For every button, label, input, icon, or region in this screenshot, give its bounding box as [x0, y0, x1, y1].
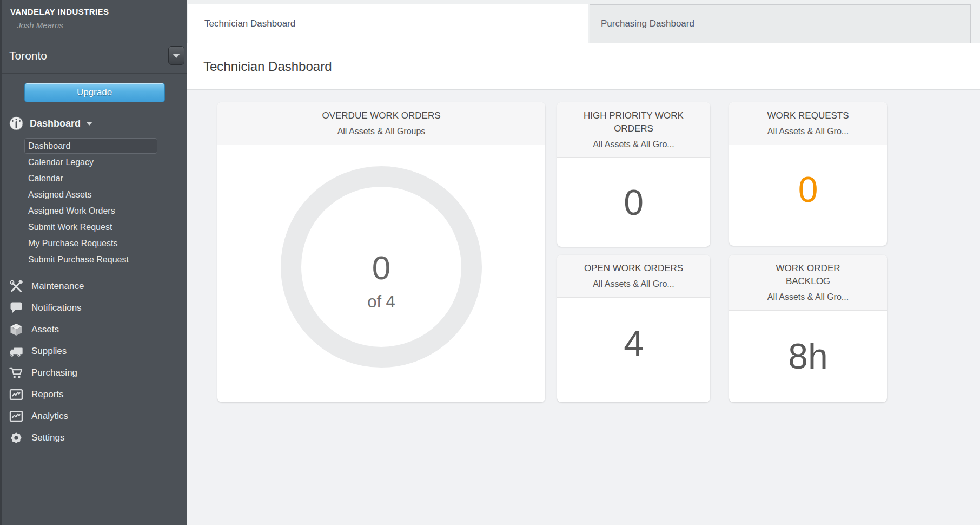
- tools-icon: [9, 279, 24, 294]
- widget-high-priority-work-orders[interactable]: HIGH PRIORITY WORK ORDERS All Assets & A…: [557, 102, 710, 247]
- widget-title: WORK REQUESTS: [753, 109, 864, 122]
- box-icon: [9, 322, 24, 337]
- gauge-icon: [9, 116, 24, 131]
- widget-header: OPEN WORK ORDERS All Assets & All Gro...: [557, 255, 710, 298]
- sidebar-item-assigned-work-orders[interactable]: Assigned Work Orders: [24, 203, 157, 219]
- chart-icon: [9, 409, 24, 424]
- cart-icon: [9, 365, 24, 380]
- tab-label: Technician Dashboard: [204, 18, 295, 29]
- widget-value: 8h: [788, 336, 827, 377]
- truck-icon: [9, 344, 24, 359]
- widget-subtitle: All Assets & All Gro...: [562, 139, 705, 150]
- dashboard-tabbar: Technician Dashboard Purchasing Dashboar…: [187, 0, 980, 43]
- widget-header: OVERDUE WORK ORDERS All Assets & All Gro…: [217, 102, 545, 145]
- sidebar-item-maintenance[interactable]: Maintenance: [2, 275, 187, 297]
- widget-title: OPEN WORK ORDERS: [578, 262, 689, 275]
- menu-label: Assets: [31, 324, 59, 335]
- widget-work-order-backlog[interactable]: WORK ORDER BACKLOG All Assets & All Gro.…: [729, 255, 887, 402]
- widget-header: HIGH PRIORITY WORK ORDERS All Assets & A…: [557, 102, 710, 158]
- widget-header: WORK ORDER BACKLOG All Assets & All Gro.…: [729, 255, 887, 311]
- sidebar-item-submit-purchase-request[interactable]: Submit Purchase Request: [24, 252, 157, 267]
- sidebar-item-calendar[interactable]: Calendar: [24, 170, 157, 186]
- widget-title: WORK ORDER BACKLOG: [753, 262, 864, 288]
- widget-value: 0: [798, 169, 818, 210]
- site-name: Toronto: [9, 49, 47, 62]
- sidebar: VANDELAY INDUSTRIES Josh Mearns Toronto …: [0, 0, 187, 525]
- title-band: Technician Dashboard: [187, 43, 980, 90]
- sidebar-item-analytics[interactable]: Analytics: [2, 405, 187, 427]
- company-name: VANDELAY INDUSTRIES: [10, 7, 187, 16]
- tab-label: Purchasing Dashboard: [601, 18, 694, 29]
- sidebar-item-dashboard-header[interactable]: Dashboard: [9, 116, 187, 131]
- chevron-down-icon: [173, 54, 180, 58]
- divider: [2, 517, 187, 517]
- sidebar-main-menu: Maintenance Notifications Assets: [2, 275, 187, 449]
- page-title: Technician Dashboard: [203, 59, 332, 74]
- chart-icon: [9, 387, 24, 402]
- sidebar-item-assets[interactable]: Assets: [2, 319, 187, 340]
- sidebar-item-dashboard[interactable]: Dashboard: [24, 138, 157, 154]
- dashboard-submenu: Dashboard Calendar Legacy Calendar Assig…: [2, 138, 187, 267]
- main-area: Technician Dashboard Purchasing Dashboar…: [187, 0, 980, 525]
- menu-label: Reports: [31, 389, 64, 400]
- site-selector-row: Toronto: [2, 38, 187, 73]
- widget-value: 0: [624, 182, 644, 223]
- tab-purchasing-dashboard[interactable]: Purchasing Dashboard: [590, 4, 971, 43]
- widget-overdue-work-orders[interactable]: OVERDUE WORK ORDERS All Assets & All Gro…: [217, 102, 545, 402]
- speech-bubble-icon: [9, 300, 24, 316]
- sidebar-item-dashboard-label: Dashboard: [30, 118, 81, 129]
- sidebar-item-calendar-legacy[interactable]: Calendar Legacy: [24, 154, 157, 170]
- widget-body: 8h: [729, 311, 887, 402]
- widget-subtitle: All Assets & All Gro...: [734, 126, 882, 137]
- dashboard-content: OVERDUE WORK ORDERS All Assets & All Gro…: [187, 90, 980, 525]
- menu-label: Notifications: [31, 303, 82, 313]
- gauge-total-label: of 4: [367, 292, 395, 311]
- menu-label: Purchasing: [31, 368, 77, 378]
- gauge-ring: 0 of 4: [279, 165, 484, 369]
- tab-technician-dashboard[interactable]: Technician Dashboard: [188, 4, 588, 43]
- widget-open-work-orders[interactable]: OPEN WORK ORDERS All Assets & All Gro...…: [557, 255, 710, 402]
- divider: [2, 73, 187, 74]
- menu-label: Analytics: [31, 411, 68, 422]
- sidebar-item-assigned-assets[interactable]: Assigned Assets: [24, 187, 157, 202]
- widget-body: 0: [729, 145, 887, 233]
- sidebar-item-purchasing[interactable]: Purchasing: [2, 362, 187, 384]
- widget-header: WORK REQUESTS All Assets & All Gro...: [729, 102, 887, 145]
- sidebar-item-supplies[interactable]: Supplies: [2, 340, 187, 362]
- widget-subtitle: All Assets & All Groups: [223, 126, 540, 137]
- widget-work-requests[interactable]: WORK REQUESTS All Assets & All Gro... 0: [729, 102, 887, 246]
- menu-label: Supplies: [31, 346, 67, 357]
- upgrade-button[interactable]: Upgrade: [24, 83, 165, 102]
- widget-title: OVERDUE WORK ORDERS: [223, 109, 540, 122]
- widget-subtitle: All Assets & All Gro...: [734, 291, 882, 303]
- widget-body: 0: [557, 158, 710, 246]
- sidebar-item-reports[interactable]: Reports: [2, 384, 187, 405]
- gear-icon: [9, 430, 24, 445]
- app-window: VANDELAY INDUSTRIES Josh Mearns Toronto …: [0, 0, 980, 525]
- widget-value: 4: [624, 323, 644, 364]
- widget-title: HIGH PRIORITY WORK ORDERS: [578, 109, 689, 135]
- widget-subtitle: All Assets & All Gro...: [562, 278, 705, 290]
- chevron-down-icon: [86, 122, 92, 126]
- user-name: Josh Mearns: [17, 21, 187, 30]
- widget-body: 0 of 4: [217, 145, 545, 369]
- sidebar-item-settings[interactable]: Settings: [2, 427, 187, 449]
- gauge-value: 0: [372, 249, 390, 286]
- sidebar-item-my-purchase-requests[interactable]: My Purchase Requests: [24, 235, 157, 251]
- menu-label: Settings: [31, 432, 64, 443]
- site-dropdown-button[interactable]: [168, 46, 184, 65]
- menu-label: Maintenance: [31, 281, 84, 292]
- sidebar-item-notifications[interactable]: Notifications: [2, 297, 187, 319]
- sidebar-item-submit-work-request[interactable]: Submit Work Request: [24, 219, 157, 235]
- widget-body: 4: [557, 298, 710, 389]
